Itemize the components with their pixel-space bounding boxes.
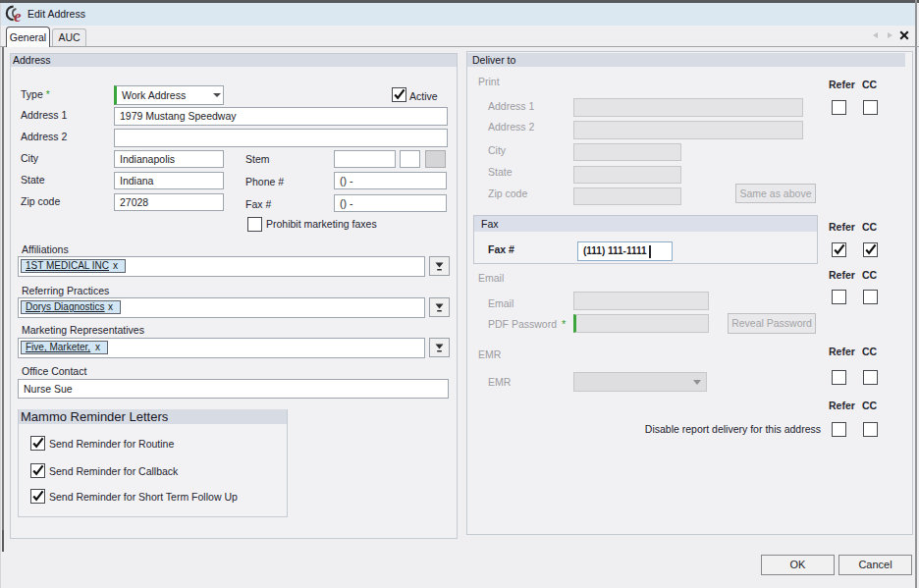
svg-text:e: e xyxy=(14,7,22,26)
